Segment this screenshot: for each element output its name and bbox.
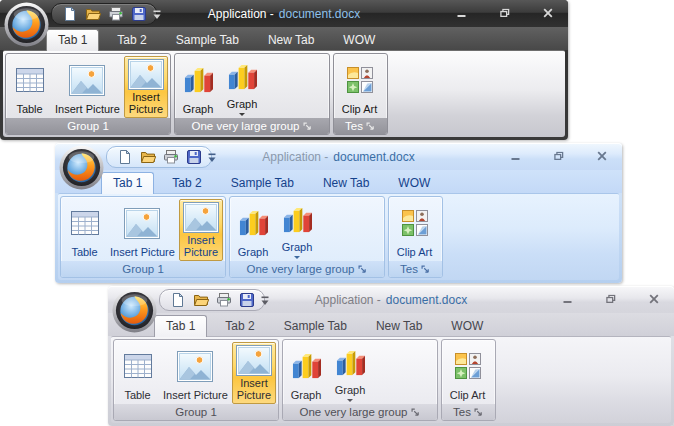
dialog-launcher-button[interactable] xyxy=(421,264,431,274)
tab-new-tab[interactable]: New Tab xyxy=(365,316,433,336)
graph-dropdown-button[interactable]: Graph xyxy=(276,199,318,261)
clip-art-button[interactable]: Clip Art xyxy=(391,199,438,261)
graph-button-label: Graph xyxy=(238,246,269,259)
print-button[interactable] xyxy=(107,6,124,23)
graph-dropdown-button[interactable]: Graph xyxy=(329,342,371,404)
window-controls xyxy=(456,0,554,26)
qat-customize-dropdown-button[interactable] xyxy=(152,7,163,19)
save-button[interactable] xyxy=(130,6,147,23)
close-button[interactable] xyxy=(596,150,608,162)
new-document-icon xyxy=(117,149,133,165)
dialog-launcher-button[interactable] xyxy=(358,264,368,274)
group-body: Graph Graph xyxy=(283,340,437,404)
open-button[interactable] xyxy=(84,6,101,23)
minimize-button[interactable] xyxy=(562,293,574,305)
tab-tab2[interactable]: Tab 2 xyxy=(106,30,157,50)
table-button[interactable]: Table xyxy=(8,56,51,118)
graph-icon xyxy=(283,200,312,241)
clip-art-button[interactable]: Clip Art xyxy=(444,342,491,404)
close-button[interactable] xyxy=(542,7,554,19)
group-body: Graph Graph xyxy=(230,197,384,261)
titlebar[interactable]: Application - document.docx xyxy=(0,0,568,27)
application-menu-orb-button[interactable] xyxy=(4,2,49,47)
tab-sample-tab[interactable]: Sample Tab xyxy=(220,173,305,193)
group-label-one-very-large-group: One very large group xyxy=(283,404,437,420)
tab-tab2[interactable]: Tab 2 xyxy=(161,173,212,193)
new-document-button[interactable] xyxy=(116,149,133,166)
tab-new-tab[interactable]: New Tab xyxy=(257,30,325,50)
tab-sample-tab[interactable]: Sample Tab xyxy=(165,30,250,50)
insert-picture-toggle-button-selected[interactable]: Insert Picture xyxy=(232,342,276,404)
new-document-button[interactable] xyxy=(61,6,78,23)
tab-new-tab[interactable]: New Tab xyxy=(312,173,380,193)
graph-icon xyxy=(228,57,257,98)
dialog-launcher-button[interactable] xyxy=(474,407,484,417)
dialog-launcher-icon xyxy=(366,122,375,131)
graph-dropdown-button[interactable]: Graph xyxy=(221,56,263,118)
restore-button[interactable] xyxy=(499,7,511,19)
save-button[interactable] xyxy=(238,292,255,309)
title-doc-text: document.docx xyxy=(279,7,360,21)
table-button[interactable]: Table xyxy=(63,199,106,261)
insert-picture-button[interactable]: Insert Picture xyxy=(53,56,122,118)
tab-tab1[interactable]: Tab 1 xyxy=(46,29,99,51)
firefox-orb-icon xyxy=(4,2,49,47)
graph-button[interactable]: Graph xyxy=(177,56,219,118)
tab-tab1[interactable]: Tab 1 xyxy=(101,172,154,194)
open-folder-icon xyxy=(140,149,156,165)
quick-access-toolbar xyxy=(159,289,265,311)
application-menu-orb-button[interactable] xyxy=(112,288,157,333)
qat-customize-dropdown-button[interactable] xyxy=(260,293,271,305)
open-folder-icon xyxy=(193,292,209,308)
insert-picture-button[interactable]: Insert Picture xyxy=(161,342,230,404)
table-button-label: Table xyxy=(124,389,150,402)
tab-sample-tab[interactable]: Sample Tab xyxy=(273,316,358,336)
print-button[interactable] xyxy=(215,292,232,309)
titlebar[interactable]: Application - document.docx xyxy=(55,143,622,170)
clip-art-button[interactable]: Clip Art xyxy=(336,56,383,118)
tab-tab1[interactable]: Tab 1 xyxy=(154,315,207,337)
group-body: Graph Graph xyxy=(175,54,329,118)
restore-button[interactable] xyxy=(605,293,617,305)
insert-picture-toggle-button-selected[interactable]: Insert Picture xyxy=(124,56,168,118)
graph-button[interactable]: Graph xyxy=(285,342,327,404)
table-icon xyxy=(71,200,99,246)
table-button[interactable]: Table xyxy=(116,342,159,404)
restore-icon xyxy=(606,294,616,304)
tab-wow[interactable]: WOW xyxy=(332,30,386,50)
open-button[interactable] xyxy=(192,292,209,309)
picture-icon xyxy=(177,343,213,389)
application-menu-orb-button[interactable] xyxy=(59,145,104,190)
picture-icon xyxy=(236,344,272,377)
minimize-button[interactable] xyxy=(456,7,468,19)
restore-icon xyxy=(500,8,510,18)
graph-button-label: Graph xyxy=(335,384,366,397)
graph-icon xyxy=(184,57,213,103)
qat-customize-dropdown-icon xyxy=(260,295,271,307)
insert-picture-toggle-button-selected[interactable]: Insert Picture xyxy=(179,199,223,261)
dialog-launcher-button[interactable] xyxy=(411,407,421,417)
ribbon-tab-bar: Tab 1 Tab 2 Sample Tab New Tab WOW xyxy=(55,170,622,193)
restore-button[interactable] xyxy=(553,150,565,162)
qat-customize-dropdown-button[interactable] xyxy=(207,150,218,162)
minimize-button[interactable] xyxy=(510,150,522,162)
insert-picture-button[interactable]: Insert Picture xyxy=(108,199,177,261)
open-button[interactable] xyxy=(139,149,156,166)
print-button[interactable] xyxy=(162,149,179,166)
insert-picture-label-line1: Insert xyxy=(132,91,160,103)
save-button[interactable] xyxy=(185,149,202,166)
new-document-button[interactable] xyxy=(169,292,186,309)
close-button[interactable] xyxy=(648,293,660,305)
clip-art-button-label: Clip Art xyxy=(397,246,432,259)
table-icon xyxy=(16,57,44,103)
group-label-group1: Group 1 xyxy=(6,118,170,134)
tab-wow[interactable]: WOW xyxy=(387,173,441,193)
graph-button[interactable]: Graph xyxy=(232,199,274,261)
dialog-launcher-button[interactable] xyxy=(303,121,313,131)
insert-picture-label-line2: Picture xyxy=(184,246,218,258)
tab-tab2[interactable]: Tab 2 xyxy=(214,316,265,336)
dialog-launcher-button[interactable] xyxy=(366,121,376,131)
print-icon xyxy=(163,149,179,165)
tab-wow[interactable]: WOW xyxy=(440,316,494,336)
titlebar[interactable]: Application - document.docx xyxy=(108,286,674,313)
